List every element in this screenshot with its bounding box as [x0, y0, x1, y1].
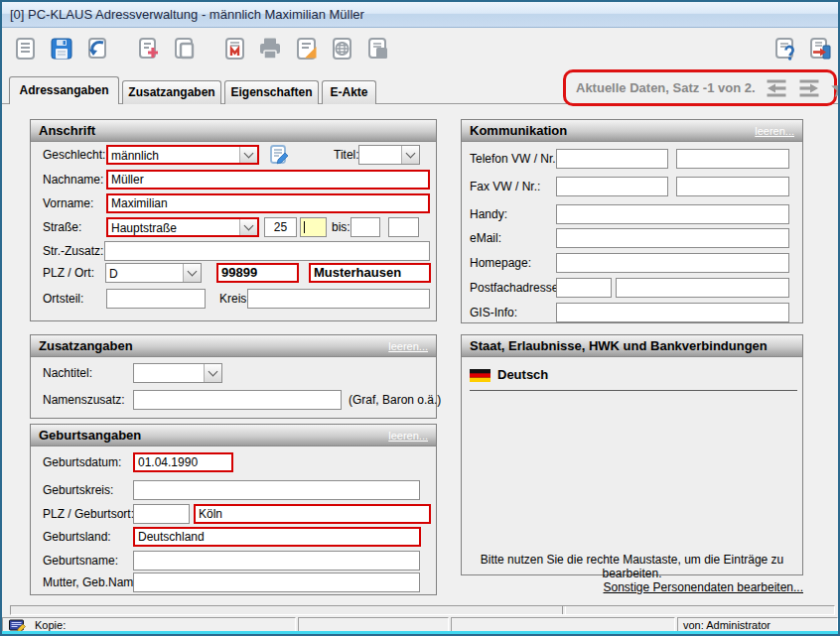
zusatzangaben-leeren-link[interactable]: leeren... — [388, 340, 428, 352]
help-button[interactable] — [771, 35, 799, 63]
save-icon — [49, 36, 74, 62]
previous-record-button[interactable] — [765, 78, 788, 98]
kreis-label: Kreis: — [219, 289, 250, 309]
plz-field[interactable]: 99899 — [216, 263, 299, 283]
str-zusatz-field[interactable] — [104, 241, 430, 261]
geschlecht-label: Geschlecht: — [43, 145, 105, 165]
german-flag-icon — [470, 368, 490, 386]
undo-icon — [84, 36, 110, 62]
titel-dropdown-button[interactable] — [401, 146, 419, 164]
strasse-select[interactable]: Hauptstraße — [106, 217, 259, 237]
titlebar: [0] PC-KLAUS Adressverwaltung - männlich… — [2, 2, 838, 28]
next-record-button[interactable] — [797, 78, 821, 98]
postfach-plz-field[interactable] — [556, 278, 612, 298]
save-button[interactable] — [48, 35, 75, 63]
telefon-vw-field[interactable] — [556, 149, 668, 169]
exit-button[interactable] — [806, 35, 834, 63]
telefon-nr-field[interactable] — [676, 149, 789, 169]
blank-document-button[interactable] — [12, 35, 40, 63]
geschlecht-select[interactable]: männlich — [106, 145, 259, 165]
land-dropdown-button[interactable] — [183, 264, 201, 282]
next-record-icon — [797, 78, 821, 98]
handy-field[interactable] — [556, 204, 789, 224]
ortsteil-field[interactable] — [106, 289, 206, 309]
geburtsangaben-leeren-link[interactable]: leeren... — [388, 430, 428, 442]
postfach-field[interactable] — [616, 278, 789, 298]
geschlecht-dropdown-button[interactable] — [239, 147, 257, 163]
sonstige-personendaten-link[interactable]: Sonstige Personendaten bearbeiten... — [461, 580, 803, 594]
edit-document-button[interactable] — [293, 35, 321, 63]
vorname-field[interactable]: Maximilian — [106, 193, 430, 213]
add-record-icon — [136, 36, 162, 62]
tab-eigenschaften[interactable]: Eigenschaften — [224, 80, 319, 104]
window-title: [0] PC-KLAUS Adressverwaltung - männlich… — [10, 7, 364, 22]
window-bottom-glow — [2, 631, 838, 634]
favorite-star-button[interactable] — [830, 78, 840, 98]
ort-field[interactable]: Musterhausen — [309, 263, 431, 283]
duplicate-document-button[interactable] — [364, 35, 392, 63]
namenszusatz-hint: (Graf, Baron o.ä.) — [349, 393, 441, 407]
nachname-field[interactable]: Müller — [106, 170, 430, 190]
print-button[interactable] — [256, 35, 284, 63]
homepage-field[interactable] — [556, 253, 789, 273]
previous-record-icon — [765, 78, 788, 98]
gis-info-label: GIS-Info: — [470, 303, 517, 322]
tab-e-akte[interactable]: E-Akte — [322, 80, 376, 104]
tab-zusatzangaben[interactable]: Zusatzangaben — [122, 80, 221, 104]
staat-hint-text: Bitte nutzen Sie die rechte Maustaste, u… — [466, 553, 798, 580]
vorname-label: Vorname: — [43, 193, 93, 213]
fax-vw-field[interactable] — [556, 177, 668, 196]
strasse-dropdown-button[interactable] — [239, 219, 257, 235]
fax-nr-field[interactable] — [676, 177, 789, 196]
nachname-label: Nachname: — [43, 170, 103, 190]
nachtitel-select[interactable] — [133, 363, 222, 383]
handy-label: Handy: — [470, 204, 507, 224]
strasse-label: Straße: — [43, 217, 81, 237]
copy-record-button[interactable] — [171, 35, 199, 63]
email-field[interactable] — [556, 228, 789, 248]
geburtsland-field[interactable]: Deutschland — [133, 527, 421, 547]
geburtskreis-field[interactable] — [133, 480, 420, 500]
help-icon — [772, 36, 798, 62]
hausnummer-zusatz-field[interactable] — [300, 217, 327, 237]
titel-select[interactable] — [358, 145, 420, 165]
geburtsname-field[interactable] — [133, 551, 420, 571]
ortsteil-label: Ortsteil: — [43, 289, 83, 309]
section-zusatzangaben-header: Zusatzangaben leeren... — [31, 335, 436, 357]
nationality-entry[interactable]: Deutsch — [497, 365, 548, 385]
namenszusatz-field[interactable] — [133, 390, 342, 410]
postfachadresse-label: Postfachadresse: — [470, 278, 562, 298]
edit-salutation-button[interactable] — [267, 144, 291, 166]
land-select[interactable]: D — [105, 263, 202, 283]
hausnummer-field[interactable]: 25 — [264, 217, 297, 237]
favorite-star-icon — [830, 78, 840, 98]
duplicate-document-icon — [365, 36, 391, 62]
web-document-button[interactable] — [329, 35, 356, 63]
gis-info-field[interactable] — [556, 303, 789, 322]
bis-bis-field[interactable] — [388, 217, 419, 237]
text-caret — [304, 221, 305, 233]
geburtsdatum-field[interactable]: 01.04.1990 — [133, 452, 233, 472]
kommunikation-leeren-link[interactable]: leeren... — [755, 125, 794, 137]
mutter-geb-name-field[interactable] — [133, 572, 420, 592]
bis-von-field[interactable] — [350, 217, 380, 237]
nationality-divider — [470, 390, 797, 391]
undo-button[interactable] — [83, 35, 111, 63]
section-staat-title: Staat, Erlaubnisse, HWK und Bankverbindu… — [470, 338, 768, 353]
tab-adressangaben[interactable]: Adressangaben — [9, 76, 119, 104]
section-zusatzangaben-title: Zusatzangaben — [39, 338, 133, 353]
chevron-down-icon — [244, 221, 254, 231]
web-document-icon — [330, 36, 355, 62]
print-icon — [257, 36, 283, 62]
section-anschrift-header: Anschrift — [31, 120, 436, 142]
titel-label: Titel: — [334, 145, 359, 165]
section-staat: Staat, Erlaubnisse, HWK und Bankverbindu… — [461, 334, 803, 575]
add-record-button[interactable] — [135, 35, 163, 63]
geburtsort-plz-field[interactable] — [133, 504, 190, 524]
section-anschrift-title: Anschrift — [39, 123, 95, 138]
memo-document-button[interactable] — [221, 35, 249, 63]
nachtitel-dropdown-button[interactable] — [204, 364, 221, 382]
kreis-field[interactable] — [247, 289, 430, 309]
bis-label: bis: — [332, 217, 350, 237]
geburtsort-field[interactable]: Köln — [194, 504, 431, 524]
